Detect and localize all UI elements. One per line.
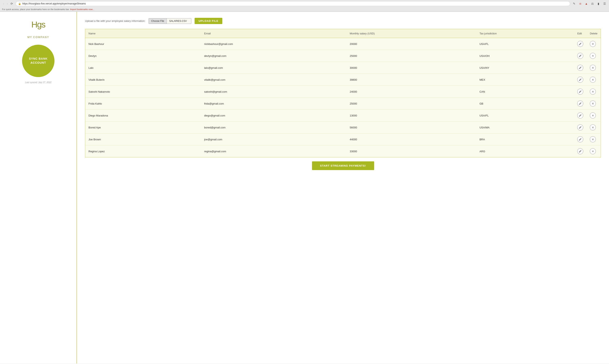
cell-tax: ARG: [476, 145, 574, 157]
cell-email: devlyn@gmail.com: [201, 50, 346, 62]
edit-button-0[interactable]: [577, 41, 583, 47]
logo: Hgs: [31, 20, 45, 29]
back-button[interactable]: ‹: [2, 2, 5, 6]
cell-salary: 56000: [346, 121, 476, 133]
delete-button-8[interactable]: ✕: [590, 136, 596, 142]
cell-delete: ✕: [586, 133, 601, 145]
upload-file-button[interactable]: UPLOAD FILE: [194, 18, 222, 24]
cell-edit: [574, 145, 586, 157]
profiles-icon[interactable]: ▮: [596, 1, 601, 6]
delete-button-1[interactable]: ✕: [590, 53, 596, 59]
refresh-button[interactable]: ⟳: [10, 2, 14, 6]
delete-button-7[interactable]: ✕: [590, 124, 596, 130]
cell-name: Joe Brown: [85, 133, 201, 145]
cell-email: satoshi@gmail.com: [201, 86, 346, 98]
import-bookmarks-link[interactable]: Import bookmarks now...: [70, 8, 94, 11]
cell-edit: [574, 121, 586, 133]
table-row: Devlyn devlyn@gmail.com 25000 USA/OH ✕: [85, 50, 601, 62]
lock-icon: 🔒: [18, 2, 21, 5]
svg-line-4: [579, 91, 581, 93]
cell-salary: 30000: [346, 62, 476, 74]
bottom-section: START STREAMING PAYMENTS!: [85, 161, 601, 170]
cell-delete: ✕: [586, 50, 601, 62]
menu-icon[interactable]: ☰: [602, 1, 607, 6]
puzzle-icon[interactable]: ⚖: [590, 1, 595, 6]
edit-button-4[interactable]: [577, 89, 583, 95]
choose-file-button[interactable]: Choose File: [149, 18, 167, 24]
svg-line-7: [579, 126, 581, 129]
cell-name: Satoshi Nakamoto: [85, 86, 201, 98]
edit-button-8[interactable]: [577, 136, 583, 142]
upload-section: Upload a file with your employee salary …: [85, 18, 601, 24]
cell-salary: 13000: [346, 110, 476, 121]
delete-button-3[interactable]: ✕: [590, 77, 596, 83]
cell-delete: ✕: [586, 121, 601, 133]
cell-tax: USA/FL: [476, 38, 574, 50]
edit-button-2[interactable]: [577, 65, 583, 71]
edit-button-1[interactable]: [577, 53, 583, 59]
brave-shield-icon[interactable]: ☠: [578, 1, 583, 6]
cell-tax: USA/NY: [476, 62, 574, 74]
cell-edit: [574, 110, 586, 121]
file-name-display: SALARIES.CSV: [167, 18, 191, 24]
cell-edit: [574, 133, 586, 145]
delete-button-9[interactable]: ✕: [590, 148, 596, 154]
extensions-icon[interactable]: ✎: [572, 1, 577, 6]
svg-line-2: [579, 66, 581, 69]
brave-rewards-icon[interactable]: ▲: [584, 1, 589, 6]
table-row: Diego Maradona diego@gmail.com 13000 USA…: [85, 110, 601, 121]
sync-bank-account-button[interactable]: SYNC BANK ACCOUNT: [22, 45, 55, 77]
delete-button-4[interactable]: ✕: [590, 89, 596, 95]
edit-button-3[interactable]: [577, 77, 583, 83]
cell-edit: [574, 74, 586, 86]
cell-email: joe@gmail.com: [201, 133, 346, 145]
cell-name: Nick Bashour: [85, 38, 201, 50]
delete-button-5[interactable]: ✕: [590, 101, 596, 106]
cell-tax: BRA: [476, 133, 574, 145]
col-header-delete: Delete: [586, 29, 601, 38]
delete-button-0[interactable]: ✕: [590, 41, 596, 47]
cell-email: nickbashour@gmail.com: [201, 38, 346, 50]
svg-line-9: [579, 150, 581, 153]
edit-button-6[interactable]: [577, 112, 583, 118]
cell-name: Bored Ape: [85, 121, 201, 133]
table-header-row: Name Email Monthly salary (USD) Tax juri…: [85, 29, 601, 38]
svg-line-3: [579, 78, 581, 81]
cell-salary: 20000: [346, 38, 476, 50]
col-header-edit: Edit: [574, 29, 586, 38]
cell-email: diego@gmail.com: [201, 110, 346, 121]
cell-delete: ✕: [586, 86, 601, 98]
cell-name: Regina Lopez: [85, 145, 201, 157]
table-row: Regina Lopez regina@gmail.com 33000 ARG …: [85, 145, 601, 157]
edit-button-7[interactable]: [577, 124, 583, 130]
edit-button-5[interactable]: [577, 101, 583, 106]
cell-salary: 33000: [346, 145, 476, 157]
cell-edit: [574, 50, 586, 62]
cell-email: vitalik@gmail.com: [201, 74, 346, 86]
svg-line-1: [579, 55, 581, 57]
cell-email: bored@gmail.com: [201, 121, 346, 133]
forward-button[interactable]: ›: [6, 2, 9, 6]
cell-delete: ✕: [586, 38, 601, 50]
cell-edit: [574, 86, 586, 98]
last-synced-text: Last synced: July 27, 2022: [25, 81, 51, 83]
url-bar[interactable]: 🔒 https://hourglass-five.vercel.app/empl…: [15, 1, 570, 6]
start-streaming-button[interactable]: START STREAMING PAYMENTS!: [312, 161, 374, 170]
cell-name: Frida Kahlo: [85, 98, 201, 110]
edit-button-9[interactable]: [577, 148, 583, 154]
cell-tax: USA/MA: [476, 121, 574, 133]
col-header-email: Email: [201, 29, 346, 38]
sidebar: Hgs MY COMPANY SYNC BANK ACCOUNT Last sy…: [0, 12, 77, 364]
main-content: Upload a file with your employee salary …: [77, 12, 609, 364]
delete-button-2[interactable]: ✕: [590, 65, 596, 71]
cell-name: Devlyn: [85, 50, 201, 62]
cell-edit: [574, 38, 586, 50]
browser-chrome: ‹ › ⟳ 🔒 https://hourglass-five.vercel.ap…: [0, 0, 609, 12]
file-input-wrapper: Choose File SALARIES.CSV: [149, 18, 191, 24]
cell-email: lalo@gmail.com: [201, 62, 346, 74]
delete-button-6[interactable]: ✕: [590, 112, 596, 118]
table-row: Vitalik Buterin vitalik@gmail.com 39800 …: [85, 74, 601, 86]
cell-salary: 25000: [346, 98, 476, 110]
cell-tax: USA/OH: [476, 50, 574, 62]
col-header-salary: Monthly salary (USD): [346, 29, 476, 38]
